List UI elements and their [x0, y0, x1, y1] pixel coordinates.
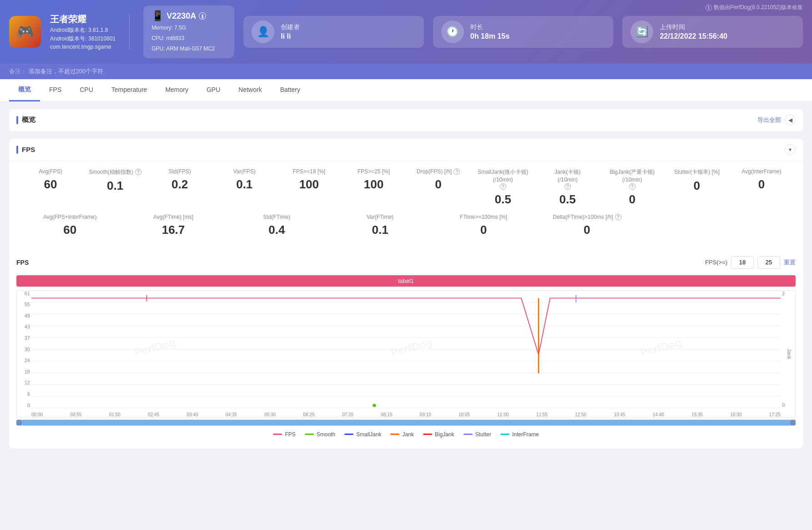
fps-filter: FPS(>=) 重置	[705, 256, 796, 269]
duration-stat: 🕐 时长 0h 18m 15s	[433, 16, 614, 48]
legend-smooth-label: Smooth	[317, 431, 335, 438]
device-model: 📱 V2230A ℹ	[151, 10, 226, 22]
legend-smooth-dot	[305, 434, 314, 435]
device-memory: Memory: 7.5G	[151, 24, 226, 32]
stat-avg-fps: Avg(FPS) 60	[18, 168, 83, 192]
overview-header: 概览 导出全部 ◀	[9, 109, 803, 131]
stat-std-fps: Std(FPS) 0.2	[147, 168, 212, 192]
chart-inner: 61 55 49 43 37 30 24 18 12 6 0	[17, 291, 795, 417]
fps-stats-row1: Avg(FPS) 60 Smooth(稳帧指数) ? 0.1 Std(FPS) …	[9, 161, 803, 252]
legend-jank-dot	[390, 434, 399, 435]
bigjank-help-icon[interactable]: ?	[629, 183, 635, 190]
device-cpu: CPU: mt6833	[151, 34, 226, 43]
legend-fps: FPS	[273, 431, 295, 438]
reset-button[interactable]: 重置	[784, 258, 796, 267]
fps-input-18[interactable]	[731, 256, 754, 269]
nav-item-temperature[interactable]: Temperature	[102, 80, 156, 101]
legend-bigjank: BigJank	[423, 431, 454, 438]
creator-stat: 👤 创建者 li li	[243, 16, 424, 48]
duration-text: 时长 0h 18m 15s	[470, 23, 509, 40]
info-circle-icon: ℹ	[706, 5, 712, 11]
fps-actions: ▾	[785, 144, 796, 155]
fps-chart-svg	[31, 291, 781, 408]
overview-actions: 导出全部 ◀	[757, 115, 796, 126]
legend-smooth: Smooth	[305, 431, 335, 438]
y-axis-left: 61 55 49 43 37 30 24 18 12 6 0	[17, 291, 31, 408]
fps-chart-legend: FPS Smooth SmallJank Jank BigJank	[16, 428, 796, 441]
legend-bigjank-label: BigJank	[435, 431, 454, 438]
legend-stutter-dot	[464, 434, 473, 435]
nav-item-battery[interactable]: Battery	[271, 80, 309, 101]
fps-input-25[interactable]	[757, 256, 780, 269]
delta-ftime-help-icon[interactable]: ?	[615, 214, 621, 220]
nav-item-fps[interactable]: FPS	[40, 80, 71, 101]
duration-icon: 🕐	[441, 20, 464, 43]
fps-stats-grid-row1: Avg(FPS) 60 Smooth(稳帧指数) ? 0.1 Std(FPS) …	[18, 168, 794, 207]
fps-chart-title: FPS	[16, 259, 29, 266]
upload-text: 上传时间 22/12/2022 15:56:40	[660, 23, 727, 40]
perfdog-info: ℹ 数据由PerfDog(8.0.221052)版本收集	[706, 4, 803, 11]
chart-svg-container	[31, 291, 781, 408]
stat-var-ftime: Var(FTime) 0.1	[328, 214, 432, 237]
fps-chart-section: FPS FPS(>=) 重置 label1 PerfDog PerfDog Pe…	[9, 252, 803, 449]
scrollbar-thumb[interactable]	[22, 420, 790, 425]
legend-bigjank-dot	[423, 434, 432, 435]
legend-interframe-label: InterFrame	[512, 431, 539, 438]
nav-item-cpu[interactable]: CPU	[71, 80, 102, 101]
fps-section: FPS ▾ Avg(FPS) 60 Smooth(稳帧指数) ? 0.1 Std…	[9, 139, 803, 449]
device-gpu: GPU: ARM Mali-G57 MC2	[151, 45, 226, 53]
fps-title: FPS	[16, 146, 35, 154]
nav-item-memory[interactable]: Memory	[156, 80, 197, 101]
overview-section: 概览 导出全部 ◀	[9, 109, 803, 131]
legend-jank-label: Jank	[402, 431, 414, 438]
label-bar[interactable]: label1	[16, 275, 796, 287]
stat-smooth: Smooth(稳帧指数) ? 0.1	[83, 168, 147, 193]
scrollbar-left-handle[interactable]	[16, 420, 22, 425]
stat-avg-interframe: Avg(InterFrame) 0	[729, 168, 794, 192]
stat-stutter: Stutter(卡顿率) [%] 0	[665, 168, 729, 193]
nav-item-overview[interactable]: 概览	[9, 79, 40, 101]
smalljank-help-icon[interactable]: ?	[500, 183, 506, 190]
stat-avg-ftime: Avg(FTime) [ms] 16.7	[121, 214, 225, 237]
export-button[interactable]: 导出全部	[757, 116, 781, 124]
overview-collapse-button[interactable]: ◀	[785, 115, 796, 126]
divider	[129, 14, 130, 50]
creator-icon: 👤	[252, 20, 274, 43]
app-name: 王者荣耀	[50, 13, 116, 25]
smooth-help-icon[interactable]: ?	[135, 169, 141, 175]
stat-smalljank: SmallJank(微小卡顿)(/10min) ? 0.5	[471, 168, 535, 207]
legend-smalljank-label: SmallJank	[356, 431, 381, 438]
note-placeholder[interactable]: 添加备注，不超过200个字符	[29, 68, 104, 75]
device-info-icon[interactable]: ℹ	[199, 12, 206, 20]
main-content: 概览 导出全部 ◀ FPS ▾ Avg(FPS) 60 Smooth(稳帧指数)…	[0, 102, 812, 463]
jank-help-icon[interactable]: ?	[565, 183, 571, 190]
stat-bigjank: BigJank(严重卡顿)(/10min) ? 0	[600, 168, 665, 207]
android-version: Android版本号: 381010801	[50, 35, 116, 43]
stat-jank: Jank(卡顿)(/10min) ? 0.5	[535, 168, 600, 207]
svg-point-14	[373, 404, 376, 407]
app-info: 王者荣耀 Android版本名: 3.81.1.8 Android版本号: 38…	[50, 13, 116, 50]
legend-interframe-dot	[500, 434, 509, 435]
scrollbar-right-handle[interactable]	[790, 420, 796, 425]
fps-chart[interactable]: PerfDog PerfDog PerfDog 61 55 49 43 37 3…	[16, 290, 796, 418]
nav-item-gpu[interactable]: GPU	[197, 80, 229, 101]
creator-text: 创建者 li li	[281, 23, 300, 40]
legend-smalljank: SmallJank	[344, 431, 381, 438]
stat-ftime100: FTime>=100ms [%] 0	[432, 214, 535, 237]
upload-stat: 🔄 上传时间 22/12/2022 15:56:40	[622, 16, 803, 48]
stat-fps18: FPS>=18 [%] 100	[277, 168, 341, 192]
upload-icon: 🔄	[630, 20, 653, 43]
legend-fps-dot	[273, 434, 282, 435]
fps-collapse-button[interactable]: ▾	[785, 144, 796, 155]
drop-help-icon[interactable]: ?	[454, 168, 460, 175]
fps-header: FPS ▾	[9, 139, 803, 161]
stat-fps25: FPS>=25 [%] 100	[341, 168, 406, 192]
legend-fps-label: FPS	[285, 431, 295, 438]
chart-scrollbar[interactable]	[16, 419, 796, 426]
stat-std-ftime: Std(FTime) 0.4	[225, 214, 328, 237]
legend-jank: Jank	[390, 431, 414, 438]
nav: 概览 FPS CPU Temperature Memory GPU Networ…	[0, 79, 812, 102]
header: ℹ 数据由PerfDog(8.0.221052)版本收集 🎮 王者荣耀 Andr…	[0, 0, 812, 64]
legend-interframe: InterFrame	[500, 431, 539, 438]
nav-item-network[interactable]: Network	[229, 80, 271, 101]
